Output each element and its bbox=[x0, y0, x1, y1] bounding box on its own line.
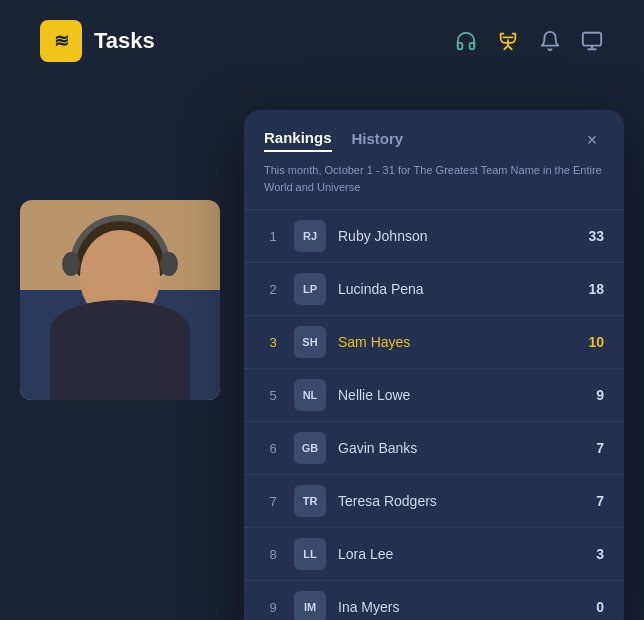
rank-name: Gavin Banks bbox=[338, 440, 568, 456]
rankings-list: 1 RJ Ruby Johnson 33 2 LP Lucinda Pena 1… bbox=[244, 209, 624, 620]
table-row: 6 GB Gavin Banks 7 bbox=[244, 421, 624, 474]
table-row: 5 NL Nellie Lowe 9 bbox=[244, 368, 624, 421]
rank-name: Ruby Johnson bbox=[338, 228, 568, 244]
table-row: 8 LL Lora Lee 3 bbox=[244, 527, 624, 580]
table-row: 9 IM Ina Myers 0 bbox=[244, 580, 624, 620]
headset-icon[interactable] bbox=[454, 29, 478, 53]
avatar: IM bbox=[294, 591, 326, 620]
panel-subtitle: This month, October 1 - 31 for The Great… bbox=[244, 162, 624, 209]
rank-number: 9 bbox=[264, 600, 282, 615]
rank-score: 9 bbox=[580, 387, 604, 403]
rank-score: 7 bbox=[580, 440, 604, 456]
avatar: SH bbox=[294, 326, 326, 358]
rank-number: 8 bbox=[264, 547, 282, 562]
avatar: GB bbox=[294, 432, 326, 464]
svg-rect-2 bbox=[583, 33, 601, 46]
panel-header: Rankings History × bbox=[244, 110, 624, 162]
table-row: 7 TR Teresa Rodgers 7 bbox=[244, 474, 624, 527]
rank-score: 7 bbox=[580, 493, 604, 509]
rank-score: 18 bbox=[580, 281, 604, 297]
bell-icon[interactable] bbox=[538, 29, 562, 53]
tab-history[interactable]: History bbox=[352, 130, 404, 151]
rank-score: 0 bbox=[580, 599, 604, 615]
rank-name: Nellie Lowe bbox=[338, 387, 568, 403]
rank-score: 10 bbox=[580, 334, 604, 350]
rankings-panel: Rankings History × This month, October 1… bbox=[244, 110, 624, 620]
logo: ≋ bbox=[40, 20, 82, 62]
rank-number: 6 bbox=[264, 441, 282, 456]
rank-name: Teresa Rodgers bbox=[338, 493, 568, 509]
rank-number: 2 bbox=[264, 282, 282, 297]
avatar: TR bbox=[294, 485, 326, 517]
tab-rankings[interactable]: Rankings bbox=[264, 129, 332, 152]
rank-name: Sam Hayes bbox=[338, 334, 568, 350]
topbar: ≋ Tasks bbox=[40, 20, 604, 62]
logo-icon: ≋ bbox=[54, 32, 69, 50]
rank-score: 3 bbox=[580, 546, 604, 562]
rank-name: Ina Myers bbox=[338, 599, 568, 615]
rank-name: Lora Lee bbox=[338, 546, 568, 562]
avatar: LP bbox=[294, 273, 326, 305]
rank-name: Lucinda Pena bbox=[338, 281, 568, 297]
table-row: 1 RJ Ruby Johnson 33 bbox=[244, 209, 624, 262]
rank-number: 7 bbox=[264, 494, 282, 509]
rank-number: 1 bbox=[264, 229, 282, 244]
trophy-icon[interactable] bbox=[496, 29, 520, 53]
table-row: 3 SH Sam Hayes 10 bbox=[244, 315, 624, 368]
app-title: Tasks bbox=[94, 28, 155, 54]
rank-score: 33 bbox=[580, 228, 604, 244]
avatar: NL bbox=[294, 379, 326, 411]
user-photo bbox=[20, 200, 220, 400]
rank-number: 5 bbox=[264, 388, 282, 403]
avatar: RJ bbox=[294, 220, 326, 252]
screen-icon[interactable] bbox=[580, 29, 604, 53]
close-button[interactable]: × bbox=[580, 128, 604, 152]
table-row: 2 LP Lucinda Pena 18 bbox=[244, 262, 624, 315]
topbar-icons bbox=[454, 29, 604, 53]
rank-number: 3 bbox=[264, 335, 282, 350]
avatar: LL bbox=[294, 538, 326, 570]
